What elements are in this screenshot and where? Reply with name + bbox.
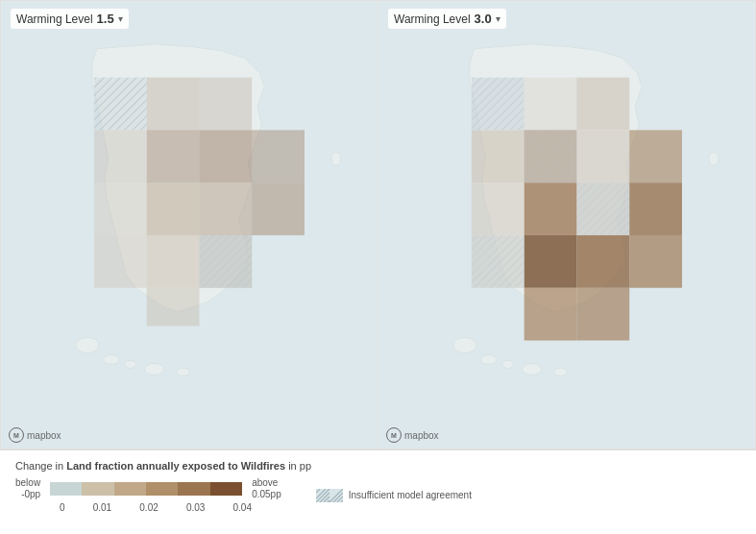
svg-rect-41 bbox=[472, 182, 524, 235]
warming-control-left[interactable]: Warming Level 1.5 ▾ bbox=[11, 9, 129, 29]
svg-rect-9 bbox=[94, 130, 147, 182]
legend-title-suffix: in pp bbox=[285, 460, 311, 472]
dropdown-arrow-right[interactable]: ▾ bbox=[496, 13, 500, 24]
map-svg-left bbox=[1, 1, 378, 449]
svg-rect-39 bbox=[576, 130, 629, 182]
tick-1: 0.01 bbox=[93, 502, 111, 513]
svg-point-30 bbox=[502, 360, 514, 368]
svg-rect-48 bbox=[629, 235, 682, 288]
svg-rect-7 bbox=[147, 78, 200, 131]
svg-rect-56 bbox=[576, 182, 629, 235]
svg-rect-52 bbox=[472, 78, 524, 131]
color-seg-2 bbox=[114, 482, 146, 496]
svg-rect-12 bbox=[252, 130, 305, 182]
hatch-box-icon bbox=[316, 489, 343, 502]
svg-rect-50 bbox=[576, 288, 629, 341]
svg-rect-35 bbox=[524, 78, 577, 131]
svg-point-3 bbox=[125, 360, 136, 368]
warming-value-left: 1.5 bbox=[97, 12, 114, 26]
svg-rect-18 bbox=[147, 235, 200, 288]
svg-rect-11 bbox=[199, 130, 252, 182]
svg-rect-54 bbox=[524, 130, 577, 182]
mapbox-icon-left: M bbox=[9, 427, 24, 443]
svg-point-4 bbox=[145, 363, 164, 375]
warming-label-left: Warming Level bbox=[16, 12, 93, 26]
legend-title: Change in Land fraction annually exposed… bbox=[15, 460, 741, 472]
color-seg-5 bbox=[210, 482, 242, 496]
mapbox-text-left: mapbox bbox=[27, 430, 61, 441]
svg-rect-44 bbox=[629, 182, 682, 235]
svg-rect-47 bbox=[576, 235, 629, 288]
tick-3: 0.03 bbox=[186, 502, 205, 513]
below-label: below-0pp bbox=[15, 477, 40, 500]
color-bar bbox=[50, 482, 242, 496]
warming-value-right: 3.0 bbox=[475, 12, 492, 26]
legend-title-prefix: Change in bbox=[15, 460, 66, 472]
hatch-label: Insufficient model agreement bbox=[349, 490, 472, 500]
svg-rect-13 bbox=[94, 182, 147, 235]
legend-row: below-0pp above0.05pp 0 0.01 0.02 0.03 0… bbox=[15, 477, 741, 513]
svg-rect-42 bbox=[524, 182, 577, 235]
svg-rect-23 bbox=[94, 78, 147, 131]
svg-rect-17 bbox=[94, 235, 147, 288]
color-bar-container: below-0pp above0.05pp bbox=[15, 477, 281, 500]
svg-point-32 bbox=[554, 368, 568, 376]
svg-point-2 bbox=[104, 354, 119, 364]
map-right: Warming Level 3.0 ▾ bbox=[378, 0, 756, 449]
color-seg-4 bbox=[178, 482, 209, 496]
svg-point-1 bbox=[76, 337, 99, 352]
map-left: Warming Level 1.5 ▾ bbox=[0, 0, 378, 449]
svg-rect-16 bbox=[252, 182, 305, 235]
warming-control-right[interactable]: Warming Level 3.0 ▾ bbox=[388, 9, 506, 29]
warming-label-right: Warming Level bbox=[394, 12, 471, 26]
svg-rect-46 bbox=[524, 235, 577, 288]
svg-rect-25 bbox=[199, 235, 252, 288]
hatched-legend: Insufficient model agreement bbox=[316, 489, 472, 502]
dropdown-arrow-left[interactable]: ▾ bbox=[118, 13, 123, 24]
maps-container: Warming Level 1.5 ▾ bbox=[0, 0, 756, 449]
svg-rect-40 bbox=[629, 130, 682, 182]
svg-rect-49 bbox=[524, 288, 577, 341]
mapbox-text-right: mapbox bbox=[404, 430, 439, 441]
legend-title-bold: Land fraction annually exposed to Wildfi… bbox=[66, 460, 285, 472]
tick-labels: 0 0.01 0.02 0.03 0.04 bbox=[60, 502, 252, 513]
above-label: above0.05pp bbox=[252, 477, 281, 500]
map-svg-right bbox=[378, 1, 755, 449]
svg-point-5 bbox=[177, 368, 190, 376]
color-seg-0 bbox=[50, 482, 82, 496]
svg-rect-14 bbox=[147, 182, 200, 235]
mapbox-logo-left: M mapbox bbox=[9, 427, 61, 443]
svg-rect-58 bbox=[472, 235, 524, 288]
svg-point-6 bbox=[331, 152, 341, 165]
color-seg-1 bbox=[82, 482, 113, 496]
svg-rect-8 bbox=[199, 78, 252, 131]
svg-rect-26 bbox=[147, 288, 200, 327]
svg-point-31 bbox=[523, 363, 542, 375]
svg-rect-10 bbox=[147, 130, 200, 182]
svg-rect-37 bbox=[472, 130, 524, 182]
tick-0: 0 bbox=[60, 502, 65, 513]
svg-rect-15 bbox=[199, 182, 252, 235]
svg-point-28 bbox=[453, 337, 476, 352]
color-seg-3 bbox=[146, 482, 178, 496]
svg-rect-36 bbox=[576, 78, 629, 131]
tick-2: 0.02 bbox=[139, 502, 158, 513]
mapbox-logo-right: M mapbox bbox=[386, 427, 439, 443]
tick-4: 0.04 bbox=[233, 502, 252, 513]
svg-point-33 bbox=[709, 152, 719, 165]
mapbox-icon-right: M bbox=[386, 427, 402, 443]
color-scale: below-0pp above0.05pp 0 0.01 0.02 0.03 0… bbox=[15, 477, 281, 513]
svg-point-29 bbox=[481, 354, 497, 364]
legend-area: Change in Land fraction annually exposed… bbox=[0, 449, 756, 534]
